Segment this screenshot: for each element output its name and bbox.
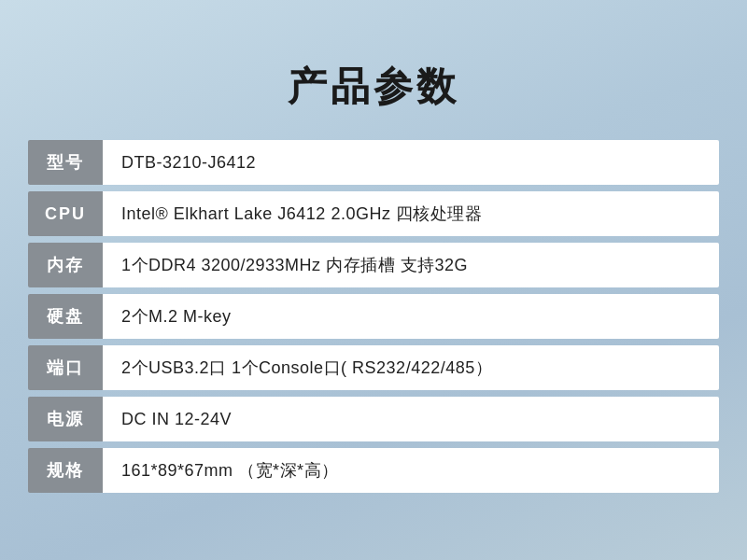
spec-label: 内存 [28,243,103,287]
spec-value: DC IN 12-24V [103,397,719,441]
spec-label: 型号 [28,140,103,185]
spec-value: 2个M.2 M-key [103,294,719,339]
spec-label: 硬盘 [28,294,103,339]
table-row: 电源DC IN 12-24V [28,397,719,441]
spec-value: 1个DDR4 3200/2933MHz 内存插槽 支持32G [103,243,719,287]
spec-label: 端口 [28,345,103,390]
table-row: 型号DTB-3210-J6412 [28,140,719,185]
table-row: 硬盘2个M.2 M-key [28,294,719,339]
spec-table: 型号DTB-3210-J6412CPUIntel® Elkhart Lake J… [28,133,719,499]
spec-value: Intel® Elkhart Lake J6412 2.0GHz 四核处理器 [103,191,719,236]
spec-label: 电源 [28,397,103,441]
spec-label: 规格 [28,448,103,493]
table-row: 内存1个DDR4 3200/2933MHz 内存插槽 支持32G [28,243,719,287]
spec-value: 2个USB3.2口 1个Console口( RS232/422/485） [103,345,719,390]
page-title: 产品参数 [28,61,719,113]
main-container: 产品参数 型号DTB-3210-J6412CPUIntel® Elkhart L… [28,61,719,499]
table-row: 规格161*89*67mm （宽*深*高） [28,448,719,493]
spec-value: 161*89*67mm （宽*深*高） [103,448,719,493]
table-row: 端口2个USB3.2口 1个Console口( RS232/422/485） [28,345,719,390]
spec-label: CPU [28,191,103,236]
table-row: CPUIntel® Elkhart Lake J6412 2.0GHz 四核处理… [28,191,719,236]
spec-value: DTB-3210-J6412 [103,140,719,185]
